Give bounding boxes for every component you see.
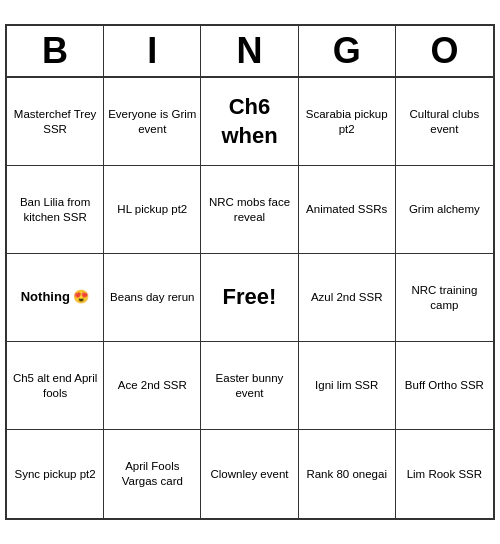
bingo-cell-8: Animated SSRs [299,166,396,254]
header-letter-I: I [104,26,201,76]
bingo-cell-16: Ace 2nd SSR [104,342,201,430]
bingo-cell-24: Lim Rook SSR [396,430,493,518]
bingo-cell-21: April Fools Vargas card [104,430,201,518]
bingo-cell-15: Ch5 alt end April fools [7,342,104,430]
bingo-cell-2: Ch6 when [201,78,298,166]
bingo-cell-13: Azul 2nd SSR [299,254,396,342]
bingo-cell-1: Everyone is Grim event [104,78,201,166]
header-letter-B: B [7,26,104,76]
bingo-cell-23: Rank 80 onegai [299,430,396,518]
bingo-cell-20: Sync pickup pt2 [7,430,104,518]
bingo-cell-17: Easter bunny event [201,342,298,430]
bingo-grid: Masterchef Trey SSREveryone is Grim even… [7,78,493,518]
bingo-cell-0: Masterchef Trey SSR [7,78,104,166]
bingo-cell-7: NRC mobs face reveal [201,166,298,254]
bingo-card: BINGO Masterchef Trey SSREveryone is Gri… [5,24,495,520]
header-letter-O: O [396,26,493,76]
bingo-cell-12: Free! [201,254,298,342]
bingo-cell-5: Ban Lilia from kitchen SSR [7,166,104,254]
bingo-cell-19: Buff Ortho SSR [396,342,493,430]
bingo-cell-14: NRC training camp [396,254,493,342]
bingo-header: BINGO [7,26,493,78]
bingo-cell-4: Cultural clubs event [396,78,493,166]
bingo-cell-11: Beans day rerun [104,254,201,342]
header-letter-N: N [201,26,298,76]
bingo-cell-9: Grim alchemy [396,166,493,254]
bingo-cell-10: Nothing 😍 [7,254,104,342]
bingo-cell-6: HL pickup pt2 [104,166,201,254]
bingo-cell-3: Scarabia pickup pt2 [299,78,396,166]
header-letter-G: G [299,26,396,76]
bingo-cell-22: Clownley event [201,430,298,518]
bingo-cell-18: Igni lim SSR [299,342,396,430]
